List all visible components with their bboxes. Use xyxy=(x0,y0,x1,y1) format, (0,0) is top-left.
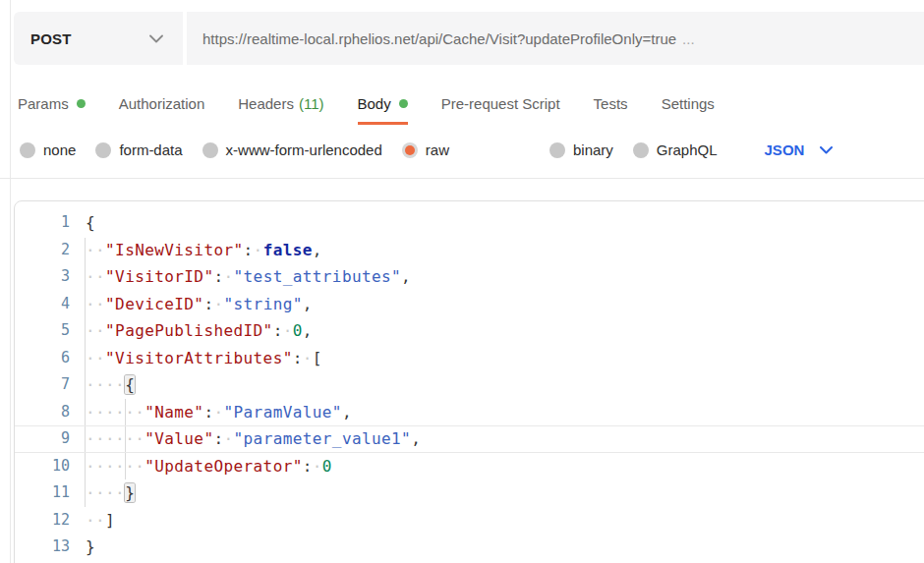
body-type-binary[interactable]: binary xyxy=(549,141,613,158)
url-input[interactable]: https://realtime-local.rphelios.net/api/… xyxy=(187,12,924,65)
code-line[interactable]: 10······"UpdateOperator":·0 xyxy=(15,453,924,480)
code-line[interactable]: 4··"DeviceID":·"string", xyxy=(15,291,924,318)
code-token: , xyxy=(303,321,313,340)
tab-params[interactable]: Params xyxy=(18,95,86,125)
body-type-label: raw xyxy=(426,141,449,158)
code-token: "Name" xyxy=(144,403,203,422)
radio-icon xyxy=(402,142,418,158)
code-token: : xyxy=(303,457,313,476)
line-number: 3 xyxy=(15,263,70,291)
code-token: ···· xyxy=(86,375,125,394)
tab-label: Authorization xyxy=(119,95,205,112)
code-content: ··"VisitorID":·"test_attributes", xyxy=(86,263,411,291)
code-token: : xyxy=(293,349,303,367)
code-line[interactable]: 5··"PagePublishedID":·0, xyxy=(15,317,924,345)
code-token: } xyxy=(125,483,135,502)
body-type-x-www-form-urlencoded[interactable]: x-www-form-urlencoded xyxy=(202,141,382,158)
code-token: } xyxy=(86,537,95,556)
code-content: ··] xyxy=(86,507,115,535)
line-number: 4 xyxy=(15,291,70,318)
code-line[interactable]: 2··"IsNewVisitor":·false, xyxy=(15,237,924,264)
code-token: · xyxy=(224,267,234,286)
body-type-label: none xyxy=(43,141,76,158)
code-line[interactable]: 7····{ xyxy=(15,371,924,399)
tab-authorization[interactable]: Authorization xyxy=(119,95,205,125)
code-token: "VisitorID" xyxy=(105,267,213,286)
raw-body-editor[interactable]: 1{2··"IsNewVisitor":·false,3··"VisitorID… xyxy=(14,200,924,563)
body-type-none[interactable]: none xyxy=(20,141,76,158)
method-selector[interactable]: POST xyxy=(14,12,183,65)
code-line[interactable]: 3··"VisitorID":·"test_attributes", xyxy=(15,263,924,291)
radio-icon xyxy=(633,142,649,158)
radio-icon xyxy=(549,142,565,158)
code-token: · xyxy=(313,457,322,476)
code-content: ····} xyxy=(86,479,135,507)
pane-left-edge xyxy=(10,0,11,563)
code-token: "Value" xyxy=(144,429,213,448)
code-token: , xyxy=(342,403,352,422)
code-content: ······"Value":·"parameter_value1", xyxy=(86,425,421,453)
tab-headers[interactable]: Headers(11) xyxy=(238,95,323,125)
code-token: ·· xyxy=(86,267,105,286)
tab-label: Params xyxy=(18,95,69,112)
code-token: : xyxy=(203,295,213,313)
code-token: "test_attributes" xyxy=(234,267,402,286)
request-builder: POST https://realtime-local.rphelios.net… xyxy=(0,0,924,563)
code-token: [ xyxy=(313,349,322,367)
code-token: : xyxy=(213,429,223,448)
code-token: "DeviceID" xyxy=(105,295,203,313)
line-number: 7 xyxy=(15,371,70,399)
code-line[interactable]: 9······"Value":·"parameter_value1", xyxy=(15,425,924,453)
code-token: { xyxy=(86,213,95,232)
code-line[interactable]: 8······"Name":·"ParamValue", xyxy=(15,399,924,426)
code-content: ··"PagePublishedID":·0, xyxy=(86,317,313,345)
code-token: "VisitorAttributes" xyxy=(105,349,293,367)
code-token: "parameter_value1" xyxy=(234,429,412,448)
radio-icon xyxy=(95,142,111,158)
language-dropdown[interactable]: JSON xyxy=(765,141,834,158)
body-type-bar: noneform-datax-www-form-urlencodedrawbin… xyxy=(20,141,833,158)
body-type-form-data[interactable]: form-data xyxy=(95,141,182,158)
line-number: 11 xyxy=(15,479,70,507)
code-token: · xyxy=(254,241,263,259)
code-line[interactable]: 12··] xyxy=(15,507,924,535)
code-line[interactable]: 6··"VisitorAttributes":·[ xyxy=(15,345,924,372)
body-type-label: binary xyxy=(573,141,613,158)
tab-pre-request-script[interactable]: Pre-request Script xyxy=(441,95,560,125)
code-line[interactable]: 1{ xyxy=(15,209,924,237)
code-token: ······ xyxy=(86,403,144,422)
tab-settings[interactable]: Settings xyxy=(662,95,715,125)
code-token: · xyxy=(213,403,223,422)
code-token: { xyxy=(125,375,135,394)
radio-icon xyxy=(202,142,218,158)
tab-tests[interactable]: Tests xyxy=(594,95,628,125)
tab-body[interactable]: Body xyxy=(358,95,408,125)
body-type-label: form-data xyxy=(119,141,182,158)
code-line[interactable]: 13} xyxy=(15,534,924,561)
code-token: ······ xyxy=(86,457,144,476)
code-token: · xyxy=(223,429,233,448)
code-token: ·· xyxy=(86,349,105,367)
line-number: 5 xyxy=(15,317,70,345)
code-token: : xyxy=(203,403,213,422)
line-number: 10 xyxy=(15,453,70,480)
chevron-down-icon xyxy=(149,29,163,47)
body-type-graphql[interactable]: GraphQL xyxy=(633,141,718,158)
line-number: 6 xyxy=(15,345,70,372)
code-token: : xyxy=(213,267,223,286)
url-text: https://realtime-local.rphelios.net/api/… xyxy=(202,30,676,47)
line-number: 1 xyxy=(15,209,70,237)
code-token: "PagePublishedID" xyxy=(105,321,273,340)
code-token: "IsNewVisitor" xyxy=(105,241,243,259)
code-token: , xyxy=(411,429,421,448)
code-token: ······ xyxy=(86,429,144,448)
chevron-down-icon xyxy=(804,146,833,154)
body-type-raw[interactable]: raw xyxy=(402,141,449,158)
tab-label: Pre-request Script xyxy=(441,95,560,112)
code-line[interactable]: 11····} xyxy=(15,479,924,507)
code-token: : xyxy=(273,321,283,340)
body-type-label: x-www-form-urlencoded xyxy=(226,141,382,158)
tab-label: Tests xyxy=(594,95,628,112)
code-token: 0 xyxy=(293,321,303,340)
code-token: "ParamValue" xyxy=(224,403,342,422)
